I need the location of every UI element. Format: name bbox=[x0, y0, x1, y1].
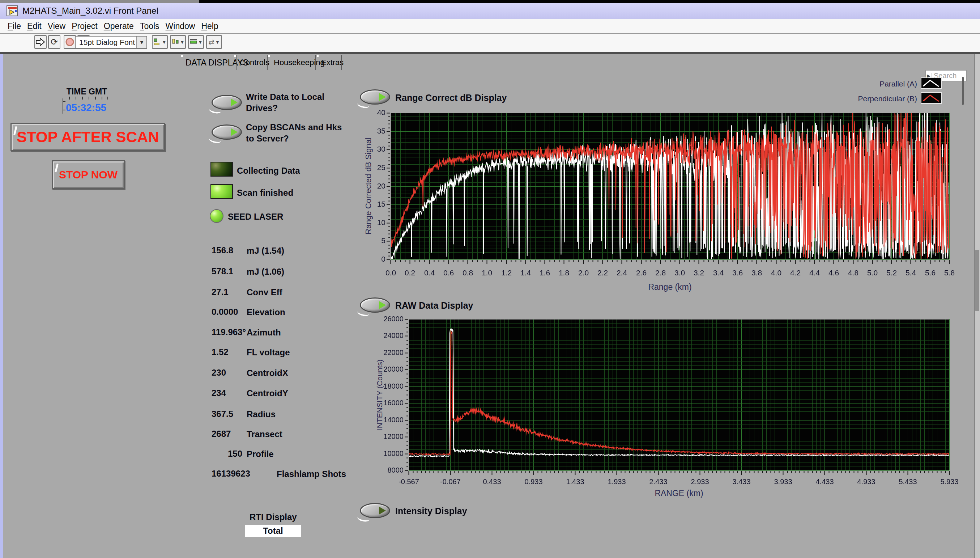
font-selector[interactable]: 15pt Dialog Font ▼ bbox=[75, 36, 147, 49]
raw-data-display-title: RAW Data Display bbox=[395, 300, 473, 311]
seed-laser-label: SEED LASER bbox=[228, 211, 283, 222]
x-tick-label: 5.8 bbox=[928, 269, 971, 277]
resize-objects-button[interactable]: ▼ bbox=[188, 35, 204, 49]
y-tick-label: 25 bbox=[360, 163, 386, 172]
range-correct-plot bbox=[379, 108, 954, 272]
tab-housekeeping[interactable]: Housekeeping bbox=[274, 58, 325, 67]
readout-label-elevation: Elevation bbox=[247, 307, 285, 317]
rti-display-value: Total bbox=[263, 526, 283, 536]
x-tick-label: 1.933 bbox=[595, 478, 639, 486]
readout-label-conv-eff: Conv Eff bbox=[247, 287, 282, 297]
readout-label-fl-voltage: FL voltage bbox=[247, 347, 290, 358]
write-data-switch[interactable] bbox=[211, 95, 242, 110]
tab-separator bbox=[236, 55, 237, 70]
y-tick-label: 10 bbox=[360, 218, 386, 227]
stop-now-button[interactable]: STOP NOW bbox=[52, 160, 125, 189]
x-tick-label: 2.933 bbox=[678, 478, 722, 486]
legend-swatch-perpendicular[interactable] bbox=[921, 92, 942, 104]
x-axis-title: Range (km) bbox=[391, 282, 949, 292]
menu-window[interactable]: Window bbox=[165, 21, 195, 31]
legend-scrollbar[interactable] bbox=[962, 77, 964, 105]
stop-now-label: STOP NOW bbox=[59, 169, 118, 181]
readout-value-conv-eff: 27.1 bbox=[211, 287, 244, 297]
menu-file[interactable]: File bbox=[8, 21, 21, 31]
stop-after-scan-button[interactable]: STOP AFTER SCAN bbox=[10, 123, 165, 151]
copy-bscans-switch[interactable] bbox=[211, 125, 242, 140]
window-titlebar[interactable]: M2HATS_Main_3.02.vi Front Panel bbox=[0, 3, 980, 19]
menu-edit[interactable]: Edit bbox=[27, 21, 42, 31]
font-selector-value: 15pt Dialog Font bbox=[75, 38, 136, 47]
x-tick-label: 4.933 bbox=[845, 478, 888, 486]
run-arrow-icon bbox=[36, 37, 46, 47]
seed-laser-led bbox=[210, 209, 224, 223]
distribute-objects-icon bbox=[172, 38, 179, 46]
y-tick-label: 10000 bbox=[378, 450, 404, 458]
tab-controls[interactable]: Controls bbox=[240, 58, 269, 67]
y-tick-label: 26000 bbox=[378, 315, 404, 323]
tab-extras[interactable]: Extras bbox=[321, 58, 344, 67]
readout-value-azimuth: 119.963° bbox=[211, 327, 244, 337]
collecting-data-label: Collecting Data bbox=[237, 165, 300, 176]
raw-data-plot bbox=[396, 315, 955, 484]
align-objects-icon bbox=[153, 38, 161, 46]
legend-label-perpendicular: Perpendicular (B) bbox=[841, 94, 917, 103]
menu-help[interactable]: Help bbox=[201, 21, 218, 31]
y-tick-label: 12000 bbox=[378, 432, 404, 441]
y-tick-label: 15 bbox=[360, 200, 386, 208]
run-continuously-icon: ⟳ bbox=[51, 37, 58, 47]
readout-value-centroidy: 234 bbox=[211, 388, 244, 398]
readout-label-centroidx: CentroidX bbox=[247, 368, 288, 378]
chevron-down-icon[interactable]: ▼ bbox=[136, 36, 146, 48]
intensity-display-switch[interactable] bbox=[360, 503, 390, 518]
time-gmt-label: TIME GMT bbox=[54, 87, 119, 97]
tab-data-displays[interactable]: DATA DISPLAYS bbox=[185, 58, 249, 68]
rti-display-label: RTI Display bbox=[250, 512, 297, 522]
y-tick-label: 40 bbox=[360, 108, 386, 117]
y-tick-label: 20000 bbox=[378, 365, 404, 373]
copy-bscans-label: Copy BSCANs and Hks to Server? bbox=[246, 121, 351, 144]
tab-separator bbox=[315, 55, 316, 70]
readout-value-profile: 150 bbox=[211, 449, 242, 459]
y-axis-title: INTENSITY (Counts) bbox=[375, 319, 385, 470]
scan-finished-label: Scan finished bbox=[237, 187, 293, 198]
x-tick-label: -0.067 bbox=[429, 478, 472, 486]
menu-project[interactable]: Project bbox=[72, 21, 98, 31]
tab-separator bbox=[267, 55, 268, 70]
write-data-label: Write Data to Local Drives? bbox=[246, 91, 347, 113]
align-objects-button[interactable]: ▼ bbox=[152, 35, 168, 49]
x-tick-label: 2.433 bbox=[637, 478, 680, 486]
readout-value-centroidx: 230 bbox=[211, 368, 244, 378]
range-correct-display-switch[interactable] bbox=[360, 89, 390, 105]
reorder-button[interactable]: ⇄▼ bbox=[206, 35, 222, 49]
raw-data-display-switch[interactable] bbox=[360, 297, 390, 313]
rti-display-ring[interactable]: Total bbox=[245, 525, 301, 537]
vertical-scrollbar-thumb[interactable] bbox=[975, 250, 979, 311]
labview-front-panel: M2HATS_Main_3.02.vi Front Panel FileEdit… bbox=[0, 0, 980, 558]
legend-swatch-parallel[interactable] bbox=[921, 77, 942, 89]
distribute-objects-button[interactable]: ▼ bbox=[170, 35, 186, 49]
menu-view[interactable]: View bbox=[48, 21, 65, 31]
x-tick-label: 0.933 bbox=[512, 478, 555, 486]
x-tick-label: 5.933 bbox=[928, 478, 971, 486]
range-correct-chart: Range Corrected dB Signal Range (km) 0.0… bbox=[363, 108, 964, 300]
readout-label-mj-1-54: mJ (1.54) bbox=[247, 246, 284, 256]
abort-button[interactable] bbox=[64, 35, 76, 49]
y-tick-label: 24000 bbox=[378, 332, 404, 340]
toolbar: ⟳ 15pt Dialog Font ▼ ▼ ▼ ▼ ⇄▼ ▶ bbox=[0, 34, 980, 52]
menu-operate[interactable]: Operate bbox=[104, 21, 134, 31]
raw-data-chart: INTENSITY (Counts) RANGE (km) -0.567-0.0… bbox=[377, 315, 963, 504]
abort-icon bbox=[65, 37, 75, 47]
top-border-strip bbox=[0, 0, 199, 3]
readout-label-flashlamp-shots: Flashlamp Shots bbox=[276, 469, 346, 479]
range-correct-display-title: Range Correct dB Display bbox=[395, 93, 507, 103]
y-tick-label: 30 bbox=[360, 145, 386, 153]
readout-value-radius: 367.5 bbox=[211, 409, 244, 419]
tab-separator bbox=[341, 55, 342, 70]
readout-value-elevation: 0.0000 bbox=[211, 307, 244, 317]
run-continuously-button[interactable]: ⟳ bbox=[48, 35, 61, 49]
legend-label-parallel: Parallel (A) bbox=[841, 80, 917, 88]
menu-tools[interactable]: Tools bbox=[140, 21, 159, 31]
run-button[interactable] bbox=[34, 35, 47, 49]
x-tick-label: 5.433 bbox=[886, 478, 930, 486]
readout-label-azimuth: Azimuth bbox=[247, 328, 281, 338]
